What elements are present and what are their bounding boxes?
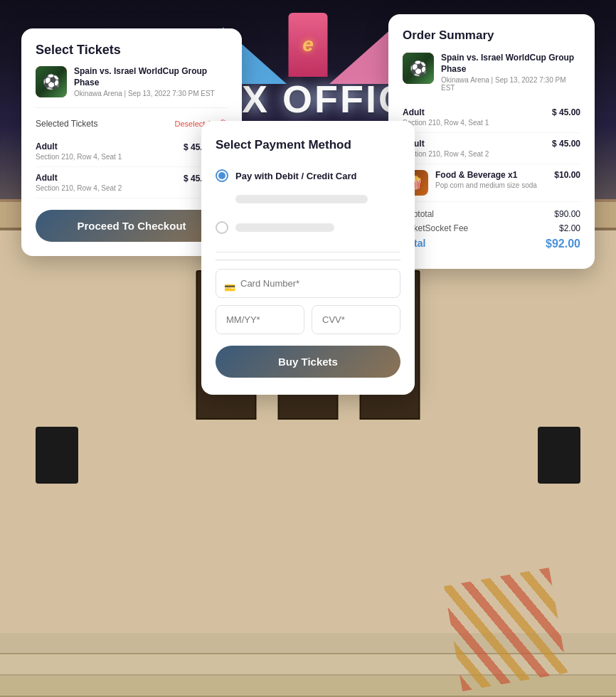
- speaker-left: [36, 427, 78, 484]
- tickets-header: Selected Tickets Deselect All 🗑: [36, 118, 228, 129]
- order-food-text: Food & Beverage x1 Pop corn and medium s…: [435, 170, 537, 189]
- order-event-info: Spain vs. Israel WorldCup Group Phase Ok…: [441, 53, 580, 92]
- right-wing-icon: [329, 27, 393, 84]
- payment-divider-2: [216, 260, 400, 260]
- selected-tickets-label: Selected Tickets: [36, 119, 97, 129]
- ground-area: [0, 526, 616, 697]
- select-tickets-title: Select Tickets: [36, 43, 228, 58]
- ticket-1-info: Adult Section 210, Row 4, Seat 1: [36, 142, 122, 161]
- card-expiry-input[interactable]: [216, 305, 304, 334]
- tickets-event-info: Spain vs. Israel WorldCup Group Phase Ok…: [74, 66, 228, 97]
- card-expiry-cvv-row: [216, 305, 400, 341]
- order-summary-title: Order Summary: [403, 28, 580, 43]
- total-row: Total $92.00: [403, 238, 580, 250]
- ticket-2-type: Adult: [36, 173, 122, 183]
- order-event-venue: Okinawa Arena | Sep 13, 2022 7:30 PM EST: [441, 76, 580, 92]
- order-item-2-left: Adult Section 210, Row 4, Seat 2: [403, 139, 489, 158]
- card-icon: 💳: [224, 282, 235, 292]
- ticket-item-2: Adult Section 210, Row 4, Seat 2 $ 45.00…: [36, 167, 228, 198]
- center-tower: e: [289, 13, 328, 77]
- subtotal-row: Subtotal $90.00: [403, 209, 580, 219]
- order-event-thumbnail: [403, 53, 434, 84]
- order-food-info: Food & Beverage x1 Pop corn and medium s…: [435, 170, 580, 189]
- order-food-header: Food & Beverage x1 Pop corn and medium s…: [435, 170, 580, 189]
- ticket-2-info: Adult Section 210, Row 4, Seat 2: [36, 173, 122, 192]
- card-cvv-input[interactable]: [312, 305, 400, 334]
- total-value: $92.00: [546, 238, 580, 250]
- order-item-2: Adult Section 210, Row 4, Seat 2 $ 45.00: [403, 133, 580, 164]
- order-item-1-type: Adult: [403, 107, 489, 117]
- order-food-description: Pop corn and medium size soda: [435, 181, 537, 189]
- order-item-1-price: $ 45.00: [552, 107, 580, 117]
- ticket-2-section: Section 210, Row 4, Seat 2: [36, 184, 122, 192]
- tickets-event-row: Spain vs. Israel WorldCup Group Phase Ok…: [36, 66, 228, 108]
- zebra-pattern: [444, 568, 568, 691]
- fee-value: $2.00: [559, 223, 580, 233]
- subtotal-value: $90.00: [554, 209, 580, 219]
- ticket-1-section: Section 210, Row 4, Seat 1: [36, 153, 122, 161]
- payment-bar-2: [235, 223, 334, 232]
- payment-option-card[interactable]: Pay with Debit / Credit Card: [216, 164, 400, 188]
- order-food-name: Food & Beverage x1: [435, 170, 537, 180]
- ticket-item-1: Adult Section 210, Row 4, Seat 1 $ 45.00…: [36, 136, 228, 167]
- payment-title: Select Payment Method: [216, 138, 400, 152]
- order-summary-card: Order Summary Spain vs. Israel WorldCup …: [388, 14, 595, 269]
- buy-tickets-button[interactable]: Buy Tickets: [216, 346, 400, 378]
- payment-option-bar-group: [216, 188, 400, 211]
- card-number-wrapper: 💳: [216, 269, 400, 305]
- payment-bar-1: [235, 195, 368, 203]
- order-item-1-header: Adult Section 210, Row 4, Seat 1 $ 45.00: [403, 107, 580, 127]
- order-soccer-thumbnail-icon: [403, 53, 434, 84]
- proceed-checkout-button[interactable]: Proceed To Checkout: [36, 210, 228, 242]
- payment-other-bar-group: [235, 216, 400, 239]
- letter-e-icon: e: [302, 33, 314, 56]
- soccer-thumbnail-icon: [36, 66, 67, 97]
- speaker-right: [538, 427, 580, 484]
- order-event-name: Spain vs. Israel WorldCup Group Phase: [441, 53, 580, 75]
- order-item-2-price: $ 45.00: [552, 139, 580, 149]
- payment-method-card: Select Payment Method Pay with Debit / C…: [201, 121, 415, 395]
- order-food-row: Food & Beverage x1 Pop corn and medium s…: [403, 164, 580, 202]
- order-item-2-type: Adult: [403, 139, 489, 149]
- payment-divider: [216, 252, 400, 252]
- order-item-2-header: Adult Section 210, Row 4, Seat 2 $ 45.00: [403, 139, 580, 158]
- tickets-event-venue: Okinawa Arena | Sep 13, 2022 7:30 PM EST: [74, 90, 228, 97]
- tickets-event-name: Spain vs. Israel WorldCup Group Phase: [74, 66, 228, 88]
- ticket-1-type: Adult: [36, 142, 122, 151]
- fee-row: TicketSocket Fee $2.00: [403, 223, 580, 233]
- card-number-input[interactable]: [216, 269, 400, 298]
- payment-option-other[interactable]: [216, 211, 400, 245]
- tickets-event-thumbnail: [36, 66, 67, 97]
- payment-card-label: Pay with Debit / Credit Card: [235, 171, 356, 181]
- order-food-price: $10.00: [554, 170, 580, 180]
- order-item-1-left: Adult Section 210, Row 4, Seat 1: [403, 107, 489, 127]
- order-totals: Subtotal $90.00 TicketSocket Fee $2.00 T…: [403, 209, 580, 250]
- sign-decorative-top: e: [223, 13, 393, 84]
- order-item-2-section: Section 210, Row 4, Seat 2: [403, 150, 489, 158]
- order-item-1: Adult Section 210, Row 4, Seat 1 $ 45.00: [403, 102, 580, 133]
- radio-card-outer: [216, 169, 228, 182]
- radio-other-outer: [216, 221, 228, 234]
- order-event-row: Spain vs. Israel WorldCup Group Phase Ok…: [403, 53, 580, 92]
- order-item-1-section: Section 210, Row 4, Seat 1: [403, 119, 489, 127]
- radio-card-inner: [218, 172, 225, 179]
